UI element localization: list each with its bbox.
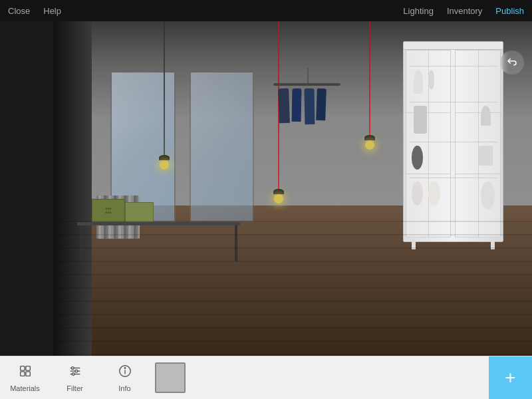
share-button[interactable] [500, 51, 524, 74]
top-bar-left: Close Help [8, 6, 61, 16]
materials-icon [18, 364, 33, 382]
main-canvas: ■■■■■■ [53, 21, 532, 356]
materials-tool[interactable]: Materials [0, 356, 50, 399]
thumbnail-item-1[interactable] [155, 362, 186, 393]
publish-nav[interactable]: Publish [495, 6, 524, 16]
help-button[interactable]: Help [43, 6, 61, 16]
filter-icon [68, 364, 82, 382]
left-wall [53, 21, 92, 356]
light-cord-1 [164, 21, 165, 162]
box-1: ■■■■■■ [92, 199, 125, 222]
bottom-bar: Materials Filter Info [0, 356, 532, 399]
filter-tool[interactable]: Filter [50, 356, 100, 399]
add-icon: + [505, 368, 515, 387]
svg-point-12 [124, 367, 125, 368]
cabinet-door-right [455, 50, 501, 237]
inventory-nav[interactable]: Inventory [447, 6, 482, 16]
svg-point-7 [71, 366, 74, 369]
svg-rect-3 [25, 371, 29, 375]
info-tool[interactable]: Info [100, 356, 150, 399]
svg-point-9 [72, 372, 74, 375]
info-icon [118, 364, 132, 382]
top-bar-right: Lighting Inventory Publish [403, 6, 524, 16]
materials-label: Materials [10, 384, 40, 392]
light-3 [364, 135, 375, 150]
add-button[interactable]: + [489, 356, 532, 400]
svg-point-8 [75, 370, 78, 372]
clothes-rack [273, 68, 340, 195]
table [77, 222, 240, 262]
lighting-nav[interactable]: Lighting [403, 6, 434, 16]
cabinet [403, 41, 503, 242]
light-1 [159, 155, 170, 170]
svg-rect-2 [20, 371, 24, 375]
window-right [190, 71, 254, 221]
info-label: Info [118, 384, 130, 392]
thumbnail-strip [150, 356, 489, 399]
top-bar: Close Help Lighting Inventory Publish [0, 0, 532, 21]
room-scene: ■■■■■■ [53, 21, 532, 356]
svg-rect-0 [20, 366, 24, 370]
left-sidebar [0, 21, 53, 356]
svg-rect-1 [25, 366, 29, 370]
light-cord-3 [369, 21, 370, 142]
close-button[interactable]: Close [8, 6, 30, 16]
filter-label: Filter [66, 384, 82, 392]
box-2 [125, 202, 154, 222]
